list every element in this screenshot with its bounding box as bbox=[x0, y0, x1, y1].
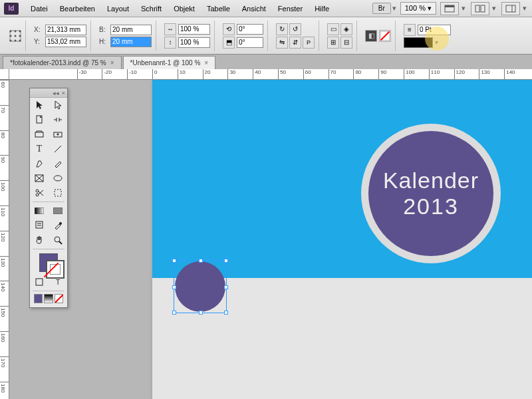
stroke-color-swatch[interactable] bbox=[46, 260, 65, 279]
ellipse-tool[interactable] bbox=[49, 171, 67, 186]
select-container-icon[interactable]: ▭ bbox=[327, 23, 339, 35]
stroke-weight-field[interactable] bbox=[418, 25, 451, 35]
selection-tool[interactable] bbox=[30, 98, 49, 112]
select-content-icon[interactable]: ◈ bbox=[340, 23, 352, 35]
vertical-ruler[interactable]: 60708090100110120130140150160170180190 bbox=[0, 80, 9, 399]
tools-panel[interactable]: ◂◂× T bbox=[29, 88, 68, 308]
resize-handle-sw[interactable] bbox=[172, 311, 176, 315]
rotate-field[interactable] bbox=[237, 24, 263, 35]
workspace-dropdown-icon[interactable]: ▾ bbox=[521, 4, 528, 13]
gradient-feather-tool[interactable] bbox=[49, 203, 67, 218]
menu-fenster[interactable]: Fenster bbox=[273, 2, 308, 15]
flip-h-icon[interactable]: ⇋ bbox=[276, 37, 288, 49]
svg-point-27 bbox=[36, 194, 39, 196]
resize-handle-ne[interactable] bbox=[224, 259, 228, 263]
pen-tool[interactable] bbox=[30, 156, 49, 171]
x-field[interactable] bbox=[45, 25, 86, 35]
zoom-level-select[interactable]: 100 % ▾ bbox=[400, 2, 436, 15]
resize-handle-w[interactable] bbox=[172, 285, 176, 289]
resize-handle-s[interactable] bbox=[199, 311, 203, 315]
scale-y-field[interactable] bbox=[178, 37, 210, 48]
svg-rect-19 bbox=[35, 132, 43, 137]
svg-point-37 bbox=[55, 237, 60, 242]
resize-handle-e[interactable] bbox=[224, 285, 228, 289]
gradient-swatch-tool[interactable] bbox=[30, 203, 49, 218]
scissors-tool[interactable] bbox=[30, 186, 49, 200]
line-tool[interactable] bbox=[49, 142, 67, 156]
apply-color-button[interactable] bbox=[34, 294, 43, 303]
width-label: B: bbox=[99, 26, 108, 33]
document-tab-2[interactable]: *Unbenannt-1 @ 100 %× bbox=[123, 56, 216, 69]
pencil-tool[interactable] bbox=[49, 156, 67, 171]
menu-layout[interactable]: Layout bbox=[102, 2, 134, 15]
eyedropper-tool[interactable] bbox=[49, 218, 67, 233]
stroke-style-dropdown-icon[interactable]: ▾ bbox=[435, 39, 438, 46]
fit-frame-icon[interactable]: ⊟ bbox=[340, 37, 352, 49]
direct-selection-tool[interactable] bbox=[49, 98, 67, 112]
resize-handle-n[interactable] bbox=[199, 259, 203, 263]
fill-stroke-proxy[interactable] bbox=[30, 251, 67, 275]
collapse-icon[interactable]: ◂◂ bbox=[53, 90, 59, 96]
width-field[interactable] bbox=[110, 25, 152, 35]
screen-mode-button[interactable] bbox=[440, 2, 459, 15]
page-tool[interactable] bbox=[30, 112, 49, 127]
menu-hilfe[interactable]: Hilfe bbox=[309, 2, 334, 15]
screen-mode-dropdown-icon[interactable]: ▾ bbox=[460, 4, 467, 13]
rotate-cw-icon[interactable]: ↻ bbox=[276, 23, 288, 35]
hand-tool[interactable] bbox=[30, 233, 49, 247]
scale-y-icon: ↕ bbox=[164, 37, 176, 49]
bridge-dropdown-icon[interactable]: ▾ bbox=[392, 4, 399, 13]
rotate-ccw-icon[interactable]: ↺ bbox=[289, 23, 301, 35]
menu-tabelle[interactable]: Tabelle bbox=[201, 2, 235, 15]
flip-v-icon[interactable]: ⇵ bbox=[289, 37, 301, 49]
tools-panel-header[interactable]: ◂◂× bbox=[30, 88, 67, 98]
rectangle-frame-tool[interactable] bbox=[30, 171, 49, 186]
menu-schrift[interactable]: Schrift bbox=[136, 2, 167, 15]
zoom-tool[interactable] bbox=[49, 233, 67, 247]
svg-point-25 bbox=[54, 176, 62, 181]
stroke-none-icon[interactable] bbox=[379, 30, 391, 42]
note-tool[interactable] bbox=[30, 218, 49, 233]
stroke-style-swatch[interactable] bbox=[404, 37, 433, 48]
close-icon[interactable]: × bbox=[110, 59, 114, 66]
close-icon[interactable]: × bbox=[204, 59, 208, 66]
ruler-origin[interactable] bbox=[0, 69, 9, 80]
document-workspace[interactable]: Kalender 2013 ◂◂× T bbox=[9, 80, 532, 399]
p-icon[interactable]: P bbox=[303, 37, 315, 49]
menu-datei[interactable]: Datei bbox=[25, 2, 53, 15]
fill-swatch-icon[interactable]: ◧ bbox=[365, 30, 377, 42]
arrange-dropdown-icon[interactable]: ▾ bbox=[491, 4, 497, 13]
free-transform-tool[interactable] bbox=[49, 186, 67, 200]
apply-none-button[interactable] bbox=[55, 294, 63, 303]
reference-point-proxy[interactable] bbox=[5, 21, 26, 51]
arrange-documents-button[interactable] bbox=[471, 2, 489, 15]
calendar-title-line2: 2013 bbox=[403, 194, 459, 219]
bridge-button[interactable]: Br bbox=[372, 3, 391, 14]
svg-rect-2 bbox=[475, 5, 479, 12]
content-placer-tool[interactable] bbox=[49, 127, 67, 142]
workspace-switcher-button[interactable] bbox=[501, 2, 520, 15]
svg-rect-18 bbox=[37, 116, 42, 123]
shear-field[interactable] bbox=[237, 37, 263, 48]
selection-bounding-box[interactable] bbox=[174, 260, 227, 313]
resize-handle-se[interactable] bbox=[224, 311, 228, 315]
y-field[interactable] bbox=[45, 37, 86, 47]
svg-rect-1 bbox=[445, 5, 454, 7]
document-tab-1[interactable]: *fotokalender-2013.indd @ 75 %× bbox=[3, 56, 122, 69]
type-tool[interactable]: T bbox=[30, 142, 49, 156]
apply-gradient-button[interactable] bbox=[44, 294, 53, 303]
close-icon[interactable]: × bbox=[62, 90, 65, 96]
gap-tool[interactable] bbox=[49, 112, 67, 127]
menu-bearbeiten[interactable]: Bearbeiten bbox=[55, 2, 100, 15]
svg-point-11 bbox=[15, 35, 17, 37]
height-field[interactable] bbox=[110, 37, 152, 47]
scale-x-field[interactable] bbox=[178, 24, 210, 35]
svg-rect-4 bbox=[506, 5, 515, 12]
menu-ansicht[interactable]: Ansicht bbox=[237, 2, 271, 15]
content-collector-tool[interactable] bbox=[30, 127, 49, 142]
svg-point-26 bbox=[36, 190, 39, 192]
fit-content-icon[interactable]: ⊞ bbox=[327, 37, 339, 49]
menu-objekt[interactable]: Objekt bbox=[168, 2, 200, 15]
resize-handle-nw[interactable] bbox=[172, 259, 176, 263]
horizontal-ruler[interactable]: -30-20-100102030405060708090100110120130… bbox=[9, 69, 532, 80]
